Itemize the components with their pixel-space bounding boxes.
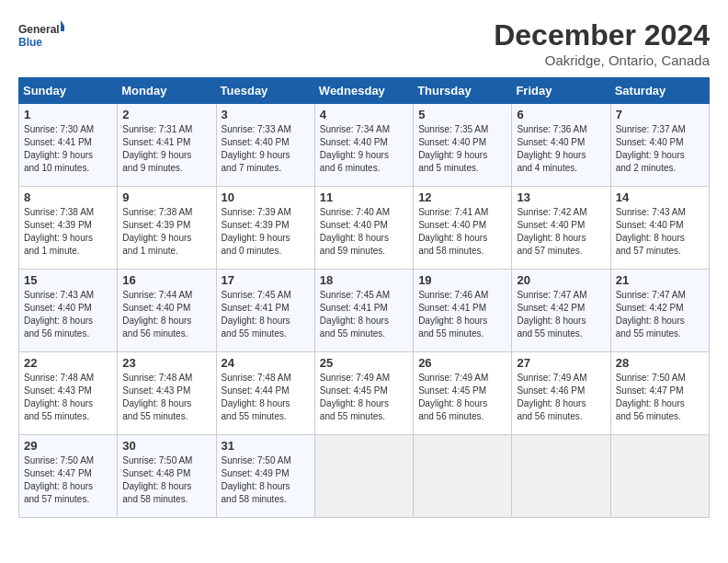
day-info: Sunrise: 7:43 AMSunset: 4:40 PMDaylight:… <box>616 207 686 256</box>
day-number: 16 <box>122 273 210 287</box>
calendar-cell: 29Sunrise: 7:50 AMSunset: 4:47 PMDayligh… <box>19 435 118 518</box>
day-number: 12 <box>418 190 506 204</box>
day-number: 14 <box>616 190 704 204</box>
day-info: Sunrise: 7:35 AMSunset: 4:40 PMDaylight:… <box>418 124 488 173</box>
day-number: 18 <box>320 273 408 287</box>
day-info: Sunrise: 7:41 AMSunset: 4:40 PMDaylight:… <box>418 207 488 256</box>
calendar-cell: 21Sunrise: 7:47 AMSunset: 4:42 PMDayligh… <box>610 270 709 352</box>
day-info: Sunrise: 7:50 AMSunset: 4:47 PMDaylight:… <box>616 373 686 421</box>
day-info: Sunrise: 7:50 AMSunset: 4:49 PMDaylight:… <box>222 455 291 504</box>
logo-svg: General Blue <box>18 18 64 53</box>
calendar-cell: 16Sunrise: 7:44 AMSunset: 4:40 PMDayligh… <box>118 270 216 352</box>
day-number: 29 <box>24 439 112 453</box>
day-info: Sunrise: 7:31 AMSunset: 4:41 PMDaylight:… <box>122 124 192 173</box>
day-info: Sunrise: 7:30 AMSunset: 4:41 PMDaylight:… <box>24 124 94 173</box>
calendar-cell: 4Sunrise: 7:34 AMSunset: 4:40 PMDaylight… <box>314 104 413 187</box>
calendar-table: Sunday Monday Tuesday Wednesday Thursday… <box>18 77 710 518</box>
month-title: December 2024 <box>494 18 710 52</box>
calendar-cell: 11Sunrise: 7:40 AMSunset: 4:40 PMDayligh… <box>314 187 413 270</box>
day-number: 4 <box>320 108 408 121</box>
calendar-cell: 22Sunrise: 7:48 AMSunset: 4:43 PMDayligh… <box>19 352 118 435</box>
day-info: Sunrise: 7:45 AMSunset: 4:41 PMDaylight:… <box>320 290 390 339</box>
header-tuesday: Tuesday <box>216 78 314 104</box>
calendar-cell <box>512 435 610 518</box>
day-number: 5 <box>418 108 506 121</box>
calendar-cell: 10Sunrise: 7:39 AMSunset: 4:39 PMDayligh… <box>216 187 314 270</box>
day-number: 28 <box>616 356 704 370</box>
svg-text:Blue: Blue <box>18 36 42 49</box>
calendar-cell <box>314 435 413 518</box>
calendar-cell: 14Sunrise: 7:43 AMSunset: 4:40 PMDayligh… <box>610 187 709 270</box>
day-number: 3 <box>222 108 310 121</box>
calendar-cell: 3Sunrise: 7:33 AMSunset: 4:40 PMDaylight… <box>216 104 314 187</box>
day-number: 27 <box>517 356 605 370</box>
day-info: Sunrise: 7:38 AMSunset: 4:39 PMDaylight:… <box>122 207 192 256</box>
calendar-week-2: 8Sunrise: 7:38 AMSunset: 4:39 PMDaylight… <box>19 187 710 270</box>
day-info: Sunrise: 7:50 AMSunset: 4:47 PMDaylight:… <box>24 455 94 504</box>
day-number: 31 <box>222 439 310 453</box>
calendar-week-3: 15Sunrise: 7:43 AMSunset: 4:40 PMDayligh… <box>19 270 710 352</box>
calendar-cell: 28Sunrise: 7:50 AMSunset: 4:47 PMDayligh… <box>610 352 709 435</box>
svg-text:General: General <box>18 23 60 36</box>
calendar-cell: 12Sunrise: 7:41 AMSunset: 4:40 PMDayligh… <box>414 187 512 270</box>
days-header-row: Sunday Monday Tuesday Wednesday Thursday… <box>19 78 710 104</box>
title-block: December 2024 Oakridge, Ontario, Canada <box>494 18 710 68</box>
calendar-cell: 23Sunrise: 7:48 AMSunset: 4:43 PMDayligh… <box>118 352 216 435</box>
calendar-cell: 30Sunrise: 7:50 AMSunset: 4:48 PMDayligh… <box>118 435 216 518</box>
svg-marker-2 <box>61 20 64 31</box>
calendar-week-5: 29Sunrise: 7:50 AMSunset: 4:47 PMDayligh… <box>19 435 710 518</box>
day-number: 10 <box>222 190 310 204</box>
page-header: General Blue December 2024 Oakridge, Ont… <box>18 18 710 68</box>
day-info: Sunrise: 7:48 AMSunset: 4:44 PMDaylight:… <box>222 373 291 421</box>
day-number: 1 <box>24 108 112 121</box>
calendar-cell: 17Sunrise: 7:45 AMSunset: 4:41 PMDayligh… <box>216 270 314 352</box>
day-info: Sunrise: 7:39 AMSunset: 4:39 PMDaylight:… <box>222 207 291 256</box>
calendar-cell: 18Sunrise: 7:45 AMSunset: 4:41 PMDayligh… <box>314 270 413 352</box>
day-info: Sunrise: 7:49 AMSunset: 4:45 PMDaylight:… <box>320 373 390 421</box>
day-info: Sunrise: 7:48 AMSunset: 4:43 PMDaylight:… <box>24 373 94 421</box>
day-info: Sunrise: 7:46 AMSunset: 4:41 PMDaylight:… <box>418 290 488 339</box>
day-number: 7 <box>616 108 704 121</box>
header-monday: Monday <box>118 78 216 104</box>
calendar-week-4: 22Sunrise: 7:48 AMSunset: 4:43 PMDayligh… <box>19 352 710 435</box>
day-number: 8 <box>24 190 112 204</box>
header-sunday: Sunday <box>19 78 118 104</box>
day-number: 2 <box>122 108 210 121</box>
day-info: Sunrise: 7:44 AMSunset: 4:40 PMDaylight:… <box>122 290 192 339</box>
day-number: 25 <box>320 356 408 370</box>
calendar-cell: 9Sunrise: 7:38 AMSunset: 4:39 PMDaylight… <box>118 187 216 270</box>
day-number: 17 <box>222 273 310 287</box>
header-thursday: Thursday <box>414 78 512 104</box>
day-number: 19 <box>418 273 506 287</box>
header-friday: Friday <box>512 78 610 104</box>
calendar-week-1: 1Sunrise: 7:30 AMSunset: 4:41 PMDaylight… <box>19 104 710 187</box>
day-info: Sunrise: 7:38 AMSunset: 4:39 PMDaylight:… <box>24 207 94 256</box>
day-info: Sunrise: 7:45 AMSunset: 4:41 PMDaylight:… <box>222 290 291 339</box>
calendar-cell: 1Sunrise: 7:30 AMSunset: 4:41 PMDaylight… <box>19 104 118 187</box>
calendar-cell: 26Sunrise: 7:49 AMSunset: 4:45 PMDayligh… <box>414 352 512 435</box>
calendar-cell: 15Sunrise: 7:43 AMSunset: 4:40 PMDayligh… <box>19 270 118 352</box>
location: Oakridge, Ontario, Canada <box>494 52 710 68</box>
day-number: 15 <box>24 273 112 287</box>
calendar-cell: 27Sunrise: 7:49 AMSunset: 4:46 PMDayligh… <box>512 352 610 435</box>
calendar-cell: 8Sunrise: 7:38 AMSunset: 4:39 PMDaylight… <box>19 187 118 270</box>
day-number: 26 <box>418 356 506 370</box>
day-info: Sunrise: 7:49 AMSunset: 4:46 PMDaylight:… <box>517 373 586 421</box>
day-number: 30 <box>122 439 210 453</box>
day-number: 20 <box>517 273 605 287</box>
day-info: Sunrise: 7:47 AMSunset: 4:42 PMDaylight:… <box>616 290 686 339</box>
day-info: Sunrise: 7:47 AMSunset: 4:42 PMDaylight:… <box>517 290 586 339</box>
day-info: Sunrise: 7:34 AMSunset: 4:40 PMDaylight:… <box>320 124 390 173</box>
day-info: Sunrise: 7:49 AMSunset: 4:45 PMDaylight:… <box>418 373 488 421</box>
day-info: Sunrise: 7:36 AMSunset: 4:40 PMDaylight:… <box>517 124 586 173</box>
calendar-cell: 5Sunrise: 7:35 AMSunset: 4:40 PMDaylight… <box>414 104 512 187</box>
day-number: 24 <box>222 356 310 370</box>
day-number: 22 <box>24 356 112 370</box>
calendar-cell <box>414 435 512 518</box>
day-number: 9 <box>122 190 210 204</box>
day-number: 11 <box>320 190 408 204</box>
header-wednesday: Wednesday <box>314 78 413 104</box>
calendar-cell: 24Sunrise: 7:48 AMSunset: 4:44 PMDayligh… <box>216 352 314 435</box>
day-info: Sunrise: 7:50 AMSunset: 4:48 PMDaylight:… <box>122 455 192 504</box>
calendar-cell: 2Sunrise: 7:31 AMSunset: 4:41 PMDaylight… <box>118 104 216 187</box>
